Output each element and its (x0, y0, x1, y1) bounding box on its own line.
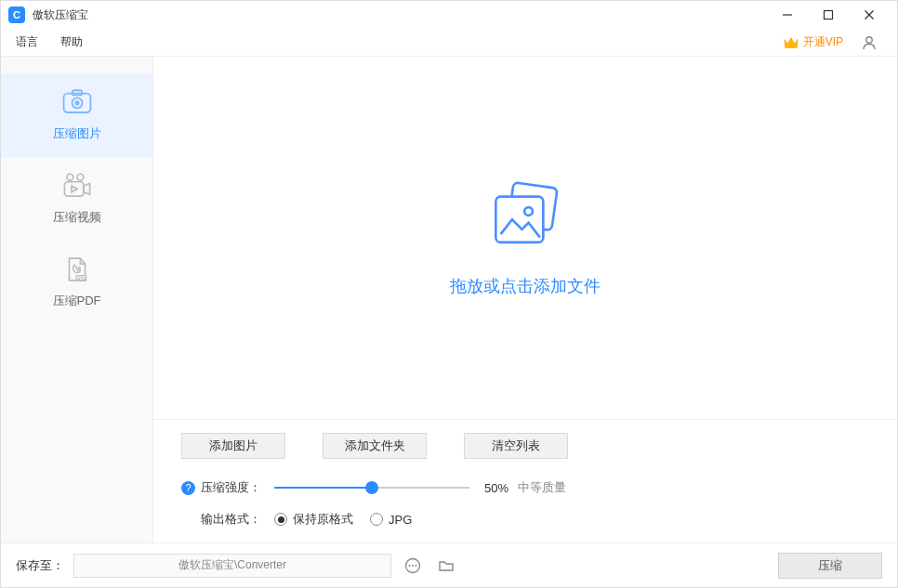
app-logo-icon: C (8, 7, 25, 23)
svg-rect-11 (64, 182, 83, 196)
save-to-label: 保存至： (16, 557, 64, 574)
radio-label: 保持原格式 (293, 511, 353, 528)
radio-keep-format[interactable]: 保持原格式 (274, 511, 353, 528)
images-icon (484, 178, 566, 251)
strength-percent: 50% (484, 481, 508, 495)
camera-icon (61, 88, 93, 116)
svg-point-10 (77, 174, 84, 180)
svg-point-4 (866, 36, 872, 42)
vip-button[interactable]: 开通VIP (783, 34, 843, 50)
app-title: 傲软压缩宝 (33, 7, 88, 23)
sidebar: 压缩图片 压缩视频 PDF 压缩PDF (1, 57, 153, 542)
sidebar-item-image[interactable]: 压缩图片 (1, 73, 152, 157)
user-icon (861, 34, 878, 51)
footer: 保存至： 压缩 (1, 542, 897, 587)
sidebar-item-label: 压缩视频 (53, 209, 101, 226)
main-panel: 拖放或点击添加文件 添加图片 添加文件夹 清空列表 ? 压缩强度： 50% 中等… (153, 57, 897, 542)
clear-list-button[interactable]: 清空列表 (464, 433, 568, 459)
svg-point-19 (412, 565, 414, 567)
sidebar-item-label: 压缩PDF (53, 293, 101, 309)
sidebar-item-video[interactable]: 压缩视频 (1, 157, 152, 241)
dropzone-text: 拖放或点击添加文件 (450, 275, 601, 297)
crown-icon (783, 35, 799, 50)
sidebar-item-label: 压缩图片 (53, 125, 101, 142)
quality-tag: 中等质量 (518, 479, 566, 496)
titlebar: C 傲软压缩宝 (1, 1, 897, 29)
radio-jpg[interactable]: JPG (370, 513, 412, 527)
pdf-icon: PDF (61, 255, 93, 283)
open-folder-button[interactable] (434, 554, 458, 578)
dropzone[interactable]: 拖放或点击添加文件 (153, 57, 897, 419)
video-icon (61, 172, 93, 200)
svg-point-18 (409, 565, 411, 567)
strength-label: 压缩强度： (201, 479, 261, 496)
user-button[interactable] (856, 30, 882, 56)
menu-help[interactable]: 帮助 (60, 34, 83, 50)
compress-button[interactable]: 压缩 (778, 553, 882, 579)
output-format-label: 输出格式： (201, 511, 261, 528)
radio-label: JPG (389, 513, 412, 527)
add-folder-button[interactable]: 添加文件夹 (323, 433, 427, 459)
save-path-input[interactable] (73, 554, 391, 578)
menubar: 语言 帮助 开通VIP (1, 29, 897, 57)
menu-language[interactable]: 语言 (16, 34, 38, 50)
strength-slider[interactable] (274, 479, 469, 496)
close-button[interactable] (849, 1, 890, 29)
minimize-button[interactable] (767, 1, 808, 29)
info-icon[interactable]: ? (181, 481, 195, 495)
controls-panel: 添加图片 添加文件夹 清空列表 ? 压缩强度： 50% 中等质量 输出格式： (153, 419, 897, 542)
sidebar-item-pdf[interactable]: PDF 压缩PDF (1, 241, 152, 324)
add-image-button[interactable]: 添加图片 (181, 433, 285, 459)
slider-thumb[interactable] (365, 481, 378, 494)
svg-point-20 (416, 565, 417, 567)
maximize-button[interactable] (808, 1, 849, 29)
vip-label: 开通VIP (803, 34, 843, 50)
svg-rect-15 (495, 197, 543, 242)
svg-point-8 (74, 100, 79, 105)
folder-icon (438, 557, 455, 574)
svg-point-9 (66, 174, 73, 180)
svg-text:PDF: PDF (76, 275, 86, 281)
more-options-button[interactable] (401, 554, 425, 578)
ellipsis-icon (404, 557, 421, 574)
svg-rect-1 (825, 11, 833, 20)
